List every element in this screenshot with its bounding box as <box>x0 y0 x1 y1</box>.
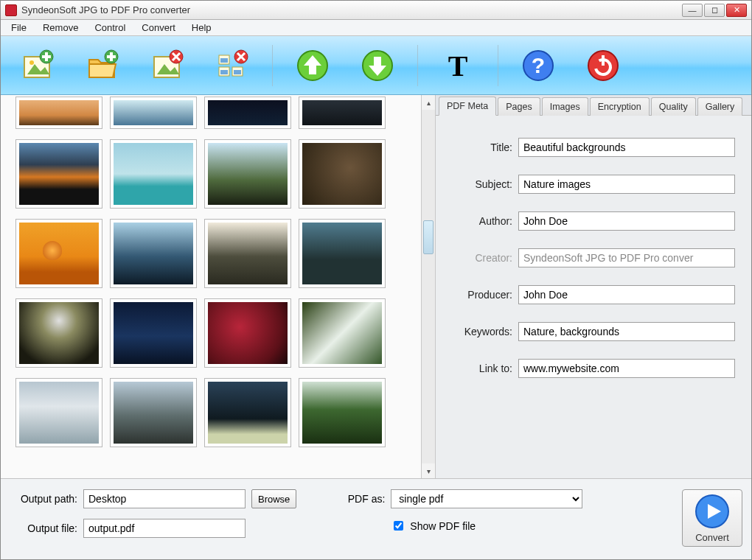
menu-remove[interactable]: Remove <box>35 21 86 35</box>
close-button[interactable]: ✕ <box>726 4 747 17</box>
thumbnail[interactable] <box>15 139 102 209</box>
toolbar-separator <box>417 45 418 86</box>
add-image-icon <box>20 48 55 83</box>
scroll-down-arrow[interactable]: ▾ <box>422 463 435 478</box>
producer-label: Producer: <box>446 289 512 301</box>
thumbnail[interactable] <box>15 378 102 447</box>
svg-text:T: T <box>448 49 468 83</box>
scroll-grip[interactable] <box>423 220 434 254</box>
output-file-label: Output file: <box>10 522 77 534</box>
window-buttons: — ◻ ✕ <box>682 4 747 17</box>
toolbar: T ? <box>1 36 751 95</box>
thumbnail[interactable] <box>299 219 386 288</box>
remove-all-button[interactable] <box>203 43 262 88</box>
move-down-button[interactable] <box>348 43 407 88</box>
thumbnail[interactable] <box>110 219 197 288</box>
producer-input[interactable] <box>518 285 735 304</box>
minimize-button[interactable]: — <box>682 4 703 17</box>
text-button[interactable]: T <box>428 43 487 88</box>
pdfas-label: PDF as: <box>341 493 385 505</box>
thumbnail[interactable] <box>299 139 386 209</box>
linkto-label: Link to: <box>446 363 512 374</box>
svg-rect-5 <box>42 55 51 58</box>
thumbnail[interactable] <box>204 298 291 368</box>
window-title: SyndeonSoft JPG to PDF Pro converter <box>21 4 678 15</box>
svg-rect-19 <box>234 70 241 74</box>
thumbnail[interactable] <box>110 139 197 209</box>
move-up-button[interactable] <box>283 43 342 88</box>
show-pdf-label: Show PDF file <box>410 520 476 532</box>
show-pdf-checkbox[interactable] <box>394 521 403 531</box>
add-folder-button[interactable] <box>73 43 132 88</box>
browse-button[interactable]: Browse <box>251 489 296 508</box>
thumbnail[interactable] <box>204 139 291 209</box>
menu-file[interactable]: File <box>4 21 34 35</box>
tab-gallery[interactable]: Gallery <box>697 97 743 116</box>
thumbnail[interactable] <box>15 298 102 368</box>
thumbnail[interactable] <box>299 97 386 129</box>
tab-images[interactable]: Images <box>542 97 588 116</box>
keywords-label: Keywords: <box>446 326 512 337</box>
convert-button[interactable]: Convert <box>682 489 742 547</box>
pdfas-select[interactable]: single pdf <box>391 489 582 508</box>
thumbnail[interactable] <box>299 378 386 447</box>
menu-control[interactable]: Control <box>87 21 133 35</box>
app-icon <box>5 4 17 16</box>
tab-encryption[interactable]: Encryption <box>590 97 650 116</box>
thumbnail[interactable] <box>110 378 197 447</box>
thumbnail[interactable] <box>110 97 197 129</box>
tab-quality[interactable]: Quality <box>651 97 696 116</box>
thumbnail[interactable] <box>204 378 291 447</box>
scrollbar-vertical[interactable]: ▴ ▾ <box>421 95 436 478</box>
convert-label: Convert <box>695 532 729 543</box>
author-input[interactable] <box>518 211 735 231</box>
tab-pages[interactable]: Pages <box>498 97 540 116</box>
svg-rect-32 <box>602 55 605 66</box>
tab-pdf-meta[interactable]: PDF Meta <box>439 97 496 116</box>
add-folder-icon <box>85 48 120 83</box>
help-button[interactable]: ? <box>509 43 568 88</box>
toolbar-separator <box>272 45 273 86</box>
keywords-input[interactable] <box>518 322 735 341</box>
properties-pane: PDF Meta Pages Images Encryption Quality… <box>436 95 751 478</box>
creator-input <box>518 248 735 267</box>
menu-help[interactable]: Help <box>184 21 219 35</box>
subject-label: Subject: <box>446 178 512 190</box>
remove-image-button[interactable] <box>138 43 197 88</box>
tabs: PDF Meta Pages Images Encryption Quality… <box>436 95 751 116</box>
menubar: File Remove Control Convert Help <box>1 20 751 36</box>
power-icon <box>585 48 621 83</box>
arrow-down-icon <box>360 48 395 83</box>
scroll-up-arrow[interactable]: ▴ <box>422 95 435 110</box>
author-label: Author: <box>446 215 512 227</box>
content-area: ▴ ▾ PDF Meta Pages Images Encryption Qua… <box>1 95 751 478</box>
thumbnail[interactable] <box>204 219 291 288</box>
thumbnail[interactable] <box>15 97 102 129</box>
title-input[interactable] <box>518 138 735 157</box>
menu-convert[interactable]: Convert <box>134 21 183 35</box>
help-icon: ? <box>521 48 556 83</box>
svg-rect-18 <box>220 70 228 74</box>
thumbnail[interactable] <box>15 219 102 288</box>
output-path-input[interactable] <box>83 489 246 508</box>
remove-image-icon <box>150 48 185 83</box>
add-image-button[interactable] <box>8 43 67 88</box>
remove-all-icon <box>215 48 250 83</box>
arrow-up-icon <box>295 48 330 83</box>
app-window: SyndeonSoft JPG to PDF Pro converter — ◻… <box>0 0 752 560</box>
svg-text:?: ? <box>532 53 545 77</box>
thumbnail[interactable] <box>110 298 197 368</box>
subject-input[interactable] <box>518 175 735 194</box>
svg-rect-8 <box>107 55 116 58</box>
maximize-button[interactable]: ◻ <box>704 4 725 17</box>
output-file-input[interactable] <box>83 519 246 538</box>
play-icon <box>694 494 730 529</box>
power-button[interactable] <box>574 43 633 88</box>
title-label: Title: <box>446 141 512 153</box>
toolbar-separator <box>498 45 498 86</box>
thumbnail[interactable] <box>204 97 291 129</box>
output-path-label: Output path: <box>10 493 77 505</box>
text-icon: T <box>440 48 476 83</box>
thumbnail[interactable] <box>299 298 386 368</box>
linkto-input[interactable] <box>518 359 735 378</box>
